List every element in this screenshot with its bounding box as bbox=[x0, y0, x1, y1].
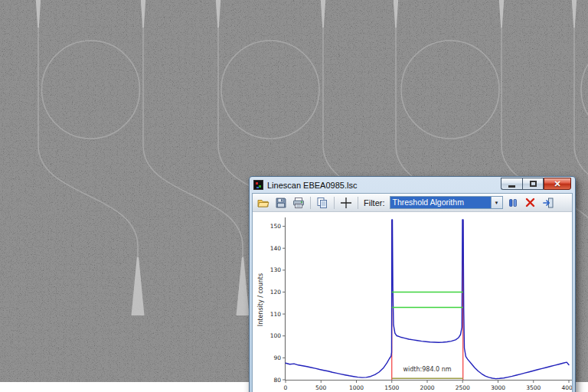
open-file-button[interactable] bbox=[256, 195, 271, 211]
toolbar-separator bbox=[334, 197, 335, 209]
print-icon bbox=[292, 197, 305, 209]
svg-text:Intensity / counts: Intensity / counts bbox=[257, 273, 264, 326]
svg-text:80: 80 bbox=[273, 377, 281, 384]
exit-button[interactable] bbox=[541, 195, 556, 211]
apply-filter-icon bbox=[508, 198, 518, 208]
window-title: Linescan EBEA0985.lsc bbox=[267, 181, 497, 190]
svg-text:140: 140 bbox=[270, 245, 282, 252]
svg-text:3500: 3500 bbox=[526, 384, 541, 391]
svg-text:1000: 1000 bbox=[349, 384, 364, 391]
open-file-icon bbox=[257, 197, 270, 209]
maximize-button[interactable] bbox=[522, 178, 544, 190]
delete-icon bbox=[524, 197, 536, 208]
titlebar[interactable]: Linescan EBEA0985.lsc ✕ bbox=[252, 177, 573, 193]
svg-text:2000: 2000 bbox=[420, 384, 434, 391]
toolbar-separator bbox=[358, 197, 358, 209]
svg-text:2500: 2500 bbox=[456, 384, 470, 391]
save-icon bbox=[275, 197, 287, 209]
dropdown-arrow-icon[interactable]: ▼ bbox=[491, 197, 502, 208]
maximize-icon bbox=[530, 181, 537, 187]
close-button[interactable]: ✕ bbox=[544, 178, 571, 190]
svg-text:100: 100 bbox=[270, 332, 282, 339]
svg-text:500: 500 bbox=[315, 384, 327, 391]
filter-selected-value: Threshold Algorithm bbox=[390, 197, 491, 208]
svg-text:130: 130 bbox=[270, 266, 282, 273]
filter-label: Filter: bbox=[364, 198, 385, 207]
print-button[interactable] bbox=[291, 195, 306, 211]
close-icon: ✕ bbox=[554, 180, 560, 188]
app-icon bbox=[253, 180, 263, 190]
svg-text:90: 90 bbox=[273, 354, 281, 361]
svg-text:150: 150 bbox=[270, 223, 282, 230]
delete-button[interactable] bbox=[523, 195, 538, 211]
crosshair-icon bbox=[340, 197, 352, 209]
crosshair-button[interactable] bbox=[338, 195, 354, 211]
filter-dropdown[interactable]: Threshold Algorithm ▼ bbox=[390, 196, 503, 209]
svg-text:110: 110 bbox=[270, 311, 282, 318]
exit-icon bbox=[542, 197, 554, 209]
minimize-icon bbox=[508, 185, 515, 188]
toolbar: Filter: Threshold Algorithm ▼ bbox=[253, 194, 572, 212]
svg-text:1500: 1500 bbox=[384, 384, 399, 391]
linescan-window[interactable]: Linescan EBEA0985.lsc ✕ bbox=[249, 176, 576, 392]
window-body: Filter: Threshold Algorithm ▼ bbox=[252, 193, 573, 392]
chart-host: 8090100110120130140150050010001500200025… bbox=[253, 212, 573, 392]
svg-text:0: 0 bbox=[284, 384, 288, 391]
save-button[interactable] bbox=[273, 195, 289, 211]
minimize-button[interactable] bbox=[501, 178, 522, 190]
copy-icon bbox=[316, 197, 328, 209]
width-measurement-label: width:984.0 nm bbox=[403, 366, 451, 373]
svg-text:4000: 4000 bbox=[561, 384, 573, 391]
svg-text:3000: 3000 bbox=[491, 384, 505, 391]
apply-filter-button[interactable] bbox=[505, 195, 521, 211]
svg-text:120: 120 bbox=[270, 289, 282, 296]
caption-buttons: ✕ bbox=[501, 178, 571, 190]
copy-button[interactable] bbox=[315, 195, 330, 211]
linescan-chart[interactable]: 8090100110120130140150050010001500200025… bbox=[253, 212, 573, 392]
toolbar-separator bbox=[310, 197, 311, 209]
